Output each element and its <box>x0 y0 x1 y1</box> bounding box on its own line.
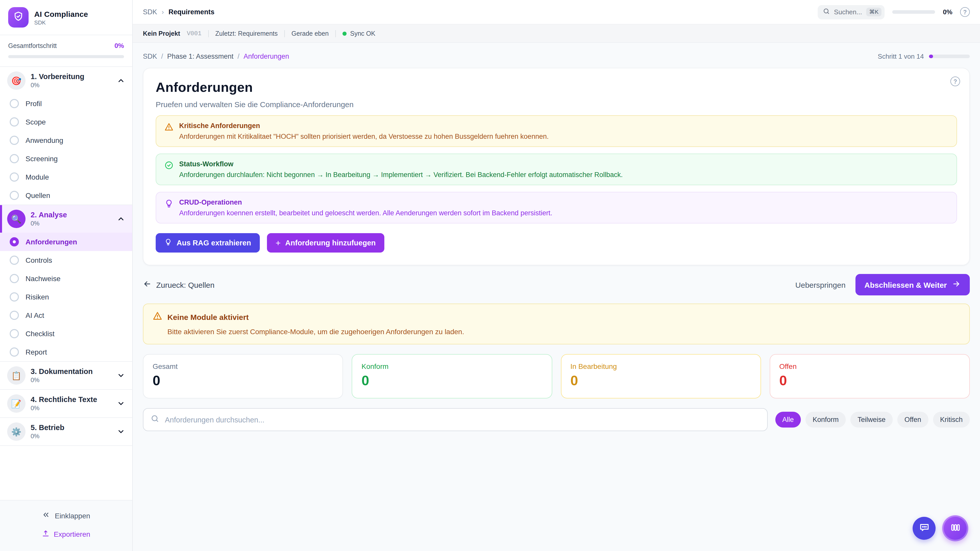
status-bar: Kein Projekt V001 Zuletzt: Requirements … <box>133 24 980 43</box>
section-header-dokumentation[interactable]: 📋 3. Dokumentation 0% <box>0 362 132 389</box>
radio-icon <box>10 311 19 320</box>
app-root: AI Compliance SDK Gesamtfortschritt 0% 🎯… <box>0 0 980 551</box>
wizard-crumb-phase[interactable]: Phase 1: Assessment <box>167 52 234 60</box>
chat-fab-button[interactable] <box>913 517 935 540</box>
wizard-crumb-root[interactable]: SDK <box>143 52 157 60</box>
bulb-icon <box>164 238 172 248</box>
alert-critical-requirements: Kritische Anforderungen Anforderungen mi… <box>156 115 957 147</box>
requirements-search <box>143 408 767 431</box>
next-button-label: Abschliessen & Weiter <box>864 280 947 289</box>
floating-buttons <box>913 515 968 541</box>
sidebar-item-label: Risiken <box>25 293 49 301</box>
alert-title: Status-Workflow <box>179 160 623 168</box>
wizard-breadcrumb-row: SDK / Phase 1: Assessment / Anforderunge… <box>143 48 970 64</box>
sidebar-item-nachweise[interactable]: Nachweise <box>0 269 132 288</box>
warning-triangle-icon <box>164 122 173 132</box>
alert-body: Anforderungen mit Kritikalitaet "HOCH" s… <box>179 133 549 140</box>
filter-row: Alle Konform Teilweise Offen Kritisch <box>143 408 970 431</box>
alert-title: CRUD-Operationen <box>179 198 552 206</box>
alert-body: Anforderungen koennen erstellt, bearbeit… <box>179 209 552 217</box>
check-circle-icon <box>164 161 173 170</box>
sidebar-item-screening[interactable]: Screening <box>0 149 132 168</box>
arrow-left-icon <box>143 279 151 290</box>
section-percent: 0% <box>30 376 93 384</box>
sidebar-item-checklist[interactable]: Checklist <box>0 324 132 343</box>
filter-chip-konform[interactable]: Konform <box>805 412 846 427</box>
overall-progress: Gesamtfortschritt 0% <box>0 35 132 67</box>
finish-and-next-button[interactable]: Abschliessen & Weiter <box>855 274 970 295</box>
alert-crud-operations: CRUD-Operationen Anforderungen koennen e… <box>156 192 957 224</box>
alert-title: Kritische Anforderungen <box>179 122 549 130</box>
sidebar-item-anforderungen[interactable]: Anforderungen <box>0 233 132 251</box>
section-header-rechtliche-texte[interactable]: 📝 4. Rechtliche Texte 0% <box>0 390 132 417</box>
sidebar-item-label: Anforderungen <box>25 238 77 246</box>
sidebar-footer: Einklappen Exportieren <box>0 500 132 551</box>
warning-body: Bitte aktivieren Sie zuerst Compliance-M… <box>153 327 960 336</box>
sidebar-item-controls[interactable]: Controls <box>0 251 132 269</box>
requirements-card: ? Anforderungen Pruefen und verwalten Si… <box>143 68 970 265</box>
skip-button[interactable]: Ueberspringen <box>795 280 845 289</box>
nav-section-dokumentation: 📋 3. Dokumentation 0% <box>0 362 132 390</box>
sidebar-item-risiken[interactable]: Risiken <box>0 288 132 306</box>
shield-check-icon <box>13 11 24 24</box>
sidebar-item-report[interactable]: Report <box>0 343 132 361</box>
step-indicator: Schritt 1 von 14 <box>878 52 924 60</box>
filter-chip-teilweise[interactable]: Teilweise <box>850 412 893 427</box>
chevron-up-icon <box>117 215 125 223</box>
page-content: SDK / Phase 1: Assessment / Anforderunge… <box>133 43 980 551</box>
wizard-breadcrumb: SDK / Phase 1: Assessment / Anforderunge… <box>143 52 289 60</box>
filter-chip-alle[interactable]: Alle <box>775 412 801 427</box>
sidebar-item-label: Profil <box>25 100 42 108</box>
radio-icon <box>10 329 19 338</box>
stat-card-gesamt: Gesamt 0 <box>143 354 343 399</box>
step-progress-bar <box>929 54 970 58</box>
breadcrumb-root[interactable]: SDK <box>143 8 157 16</box>
magnifier-icon: 🔍 <box>7 210 25 228</box>
radio-icon <box>10 136 19 145</box>
sidebar-item-profil[interactable]: Profil <box>0 94 132 113</box>
section-title: 5. Betrieb <box>30 424 64 432</box>
section-header-betrieb[interactable]: ⚙️ 5. Betrieb 0% <box>0 418 132 445</box>
sidebar-item-quellen[interactable]: Quellen <box>0 186 132 205</box>
radio-icon <box>10 348 19 357</box>
export-button[interactable]: Exportieren <box>42 530 90 539</box>
chevron-up-icon <box>117 76 125 85</box>
panels-fab-button[interactable] <box>942 515 968 541</box>
section-percent: 0% <box>30 405 97 412</box>
sidebar-item-anwendung[interactable]: Anwendung <box>0 131 132 149</box>
columns-icon <box>950 522 961 535</box>
last-visited: Zuletzt: Requirements <box>215 30 278 37</box>
card-help-icon[interactable]: ? <box>950 76 960 86</box>
section-percent: 0% <box>30 82 84 89</box>
sidebar-item-module[interactable]: Module <box>0 168 132 186</box>
collapse-sidebar-button[interactable]: Einklappen <box>42 511 90 520</box>
extract-from-rag-button[interactable]: Aus RAG extrahieren <box>156 233 260 252</box>
sidebar-item-label: AI Act <box>25 311 44 319</box>
back-button[interactable]: Zurueck: Quellen <box>143 279 215 290</box>
help-icon[interactable]: ? <box>960 7 970 17</box>
section-percent: 0% <box>30 220 67 227</box>
sidebar-item-ai-act[interactable]: AI Act <box>0 306 132 324</box>
stat-card-in-bearbeitung: In Bearbeitung 0 <box>561 354 761 399</box>
target-icon: 🎯 <box>7 71 25 90</box>
filter-chip-offen[interactable]: Offen <box>897 412 928 427</box>
sidebar-item-label: Report <box>25 348 47 356</box>
chat-bubble-icon <box>918 522 930 535</box>
add-button-label: Anforderung hinzufuegen <box>285 239 375 247</box>
section-title: 3. Dokumentation <box>30 367 93 375</box>
chevron-down-icon <box>117 400 125 408</box>
global-search-button[interactable]: Suchen... ⌘K <box>818 5 885 19</box>
requirements-search-input[interactable] <box>165 416 760 424</box>
nav-section-analyse: 🔍 2. Analyse 0% Anforderungen Controls N… <box>0 205 132 362</box>
sidebar-item-scope[interactable]: Scope <box>0 113 132 131</box>
back-button-label: Zurueck: Quellen <box>156 280 215 289</box>
add-requirement-button[interactable]: + Anforderung hinzufuegen <box>267 233 384 252</box>
main-area: SDK › Requirements Suchen... ⌘K 0% ? Kei… <box>133 0 980 551</box>
radio-icon <box>10 118 19 127</box>
filter-chip-kritisch[interactable]: Kritisch <box>933 412 970 427</box>
section-header-vorbereitung[interactable]: 🎯 1. Vorbereitung 0% <box>0 67 132 94</box>
overall-progress-value: 0% <box>115 42 124 49</box>
page-title: Anforderungen <box>156 79 957 95</box>
export-label: Exportieren <box>54 530 90 538</box>
section-header-analyse[interactable]: 🔍 2. Analyse 0% <box>0 205 132 233</box>
